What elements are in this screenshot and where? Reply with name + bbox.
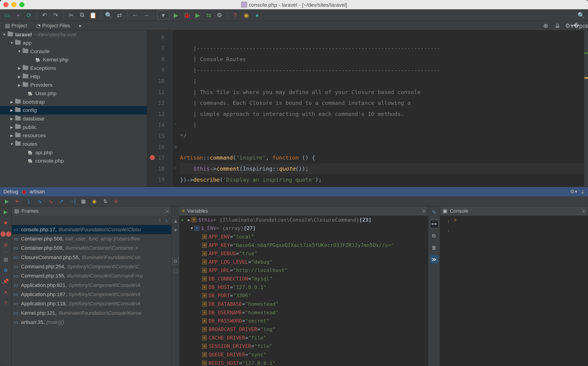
error-stripe[interactable] — [584, 30, 588, 187]
var-item[interactable]: aREDIS_HOST = "127.0.0.1" — [179, 359, 428, 366]
debug-hide-icon[interactable]: ⤓ — [581, 189, 585, 195]
collapse-icon[interactable]: ⇊ — [553, 21, 562, 30]
frames-scroll-down-icon[interactable]: ▼ — [173, 227, 178, 233]
forward-button[interactable]: → — [141, 10, 151, 20]
sync-button[interactable]: ⟳ — [24, 10, 34, 20]
var-item[interactable]: aDB_HOST = "127.0.0.1" — [179, 283, 428, 291]
frame-row[interactable]: ▭Kernel.php:121, Illuminate\Foundation\C… — [12, 308, 171, 318]
save-button[interactable]: ▪ — [14, 10, 23, 20]
redo-button[interactable]: ↷ — [51, 10, 60, 20]
add-watch-icon[interactable]: + — [181, 216, 184, 224]
help-icon[interactable]: ? — [231, 10, 240, 20]
frame-row[interactable]: ▭Application.php:821, Symfony\Component\… — [12, 281, 171, 290]
pin-icon[interactable]: 📌 — [2, 277, 9, 285]
settings2-icon[interactable]: ⚙ — [2, 267, 9, 274]
tree-api[interactable]: 🐘api.php — [0, 148, 147, 157]
gear-icon[interactable]: ⚙▾ — [565, 21, 574, 30]
frame-row[interactable]: ▭ClosureCommand.php:55, Illuminate\Found… — [12, 253, 171, 262]
find-button[interactable]: 🔍 — [104, 10, 113, 20]
step-out-icon[interactable]: ↗ — [57, 197, 66, 205]
var-item[interactable]: aDB_DATABASE = "homestead" — [179, 300, 428, 308]
variables-tree[interactable]: + ▶ ≡ $this = {Illuminate\Foundation\Con… — [179, 216, 428, 366]
collapse-env-icon[interactable]: ▼ — [189, 224, 194, 233]
resume-icon[interactable]: ▶ — [2, 197, 11, 205]
frame-down-icon[interactable]: ↓ — [165, 217, 168, 223]
tree-console[interactable]: ▼Console — [0, 47, 147, 56]
hide-icon[interactable]: �ров — [576, 21, 586, 30]
open-button[interactable]: ▭ — [2, 10, 12, 20]
search-everywhere-button[interactable]: 🔍 — [576, 10, 586, 20]
tabs-more[interactable]: ▸ — [77, 22, 84, 29]
var-item[interactable]: aAPP_ENV = "local" — [179, 232, 428, 241]
console-up-icon[interactable]: ↑ — [447, 218, 450, 224]
copy-var-icon[interactable]: ⧉ — [430, 232, 438, 240]
paste-button[interactable]: 📋 — [88, 10, 98, 20]
back-button[interactable]: ← — [131, 10, 140, 20]
watch-icon[interactable]: ◉ — [90, 197, 99, 205]
vars-restore-icon[interactable]: ⇲ — [421, 208, 425, 214]
var-item[interactable]: aDB_USERNAME = "homestead" — [179, 308, 428, 317]
frame-row[interactable]: ▭Container.php:508, call_user_func_array… — [12, 234, 171, 244]
var-item[interactable]: aSESSION_DRIVER = "file" — [179, 342, 428, 351]
frame-row[interactable]: ▭console.php:17, Illuminate\Foundation\C… — [12, 225, 171, 234]
step-over-icon[interactable]: ⤵ — [24, 197, 33, 205]
tree-root[interactable]: ▼laravel~/dev/sites/laravel — [0, 30, 147, 39]
var-item[interactable]: aCACHE_DRIVER = "file" — [179, 334, 428, 342]
highlight-icon[interactable]: ◉ — [242, 10, 251, 20]
layout-icon[interactable]: ▦ — [2, 256, 9, 263]
mute-bp-icon[interactable]: ⊘ — [112, 197, 120, 205]
show-exec-icon[interactable]: ⇤ — [14, 197, 22, 205]
var-item[interactable]: aAPP_LOG_LEVEL = "debug" — [179, 258, 428, 266]
var-item[interactable]: aAPP_URL = "http://localhost" — [179, 266, 428, 275]
tree-user[interactable]: 🐘User.php — [0, 89, 147, 98]
evaluate-icon[interactable]: ≫ — [430, 255, 438, 264]
copy-button[interactable]: ⧉ — [77, 10, 87, 20]
debug-settings-icon[interactable]: ⚙▾ — [570, 189, 577, 195]
stop-icon[interactable]: ■ — [2, 219, 9, 227]
frame-row[interactable]: ▭Application.php:187, Symfony\Component\… — [12, 290, 171, 299]
fold-column[interactable]: ⌃ ⊟ ⌃ — [172, 30, 178, 187]
frame-up-icon[interactable]: ↑ — [159, 217, 161, 223]
var-item[interactable]: aQUEUE_DRIVER = "sync" — [179, 350, 428, 359]
project-files-tab[interactable]: ◔ Project Files — [34, 22, 73, 29]
tree-providers[interactable]: ▶Providers — [0, 81, 147, 89]
frames-list[interactable]: ▭console.php:17, Illuminate\Foundation\C… — [12, 225, 171, 366]
disable-bp-icon[interactable]: ⊘ — [2, 241, 9, 249]
eval-icon[interactable]: ▦ — [79, 197, 88, 205]
var-item[interactable]: aDB_CONNECTION = "mysql" — [179, 274, 428, 283]
help2-icon[interactable]: ? — [2, 300, 9, 307]
settings-button[interactable]: ⚙ — [215, 10, 224, 20]
tree-database[interactable]: ▶database — [0, 114, 147, 123]
tree-exceptions[interactable]: ▶Exceptions — [0, 64, 147, 72]
tree-config[interactable]: ▶config — [0, 106, 147, 115]
tree-http[interactable]: ▶Http — [0, 72, 147, 81]
frame-row[interactable]: ▭Container.php:508, Illuminate\Container… — [12, 244, 171, 253]
console-restore-icon[interactable]: ⇲ — [581, 208, 585, 214]
frames-scroll-up-icon[interactable]: ▲ — [173, 218, 178, 224]
step-into-icon[interactable]: ↘ — [35, 197, 44, 205]
tree-resources[interactable]: ▶resources — [0, 131, 147, 140]
copy-icon[interactable]: ⧉ — [172, 258, 179, 264]
rerun-icon[interactable]: ▶ — [2, 208, 9, 216]
new-watch-icon[interactable]: ✎ — [430, 208, 438, 217]
tree-consolephp[interactable]: 🐘console.php — [0, 157, 147, 165]
frame-row[interactable]: ▭Command.php:155, Illuminate\Console\Com… — [12, 271, 171, 281]
force-step-into-icon[interactable]: ↘ — [46, 197, 55, 205]
tree-app[interactable]: ▼app — [0, 39, 147, 47]
close-tab-icon[interactable]: ✕ — [2, 289, 9, 296]
expand-this-icon[interactable]: ▶ — [186, 216, 191, 224]
debug-toolwindow-header[interactable]: Debug 🐞 artisan ⚙▾ ⤓ — [0, 187, 588, 196]
tree-bootstrap[interactable]: ▶bootstrap — [0, 98, 147, 106]
console-down-icon[interactable]: ↓ — [447, 227, 450, 233]
bp-icon[interactable]: ⬤⬤ — [2, 230, 9, 237]
profiler-icon[interactable]: ● — [252, 10, 262, 20]
sort-icon[interactable]: ⇅ — [101, 197, 110, 205]
project-tree[interactable]: ▼laravel~/dev/sites/laravel ▼app ▼Consol… — [0, 30, 147, 187]
console-output[interactable]: ↑ ↓ > — [440, 216, 588, 366]
listen-debug-button[interactable]: ⇆ — [204, 10, 213, 20]
replace-button[interactable]: ⇄ — [115, 10, 124, 20]
var-item[interactable]: aBROADCAST_DRIVER = "log" — [179, 325, 428, 334]
run-button[interactable]: ▶ — [171, 10, 181, 20]
locate-icon[interactable]: ⊕ — [541, 21, 550, 30]
run-to-cursor-icon[interactable]: →| — [68, 197, 77, 205]
